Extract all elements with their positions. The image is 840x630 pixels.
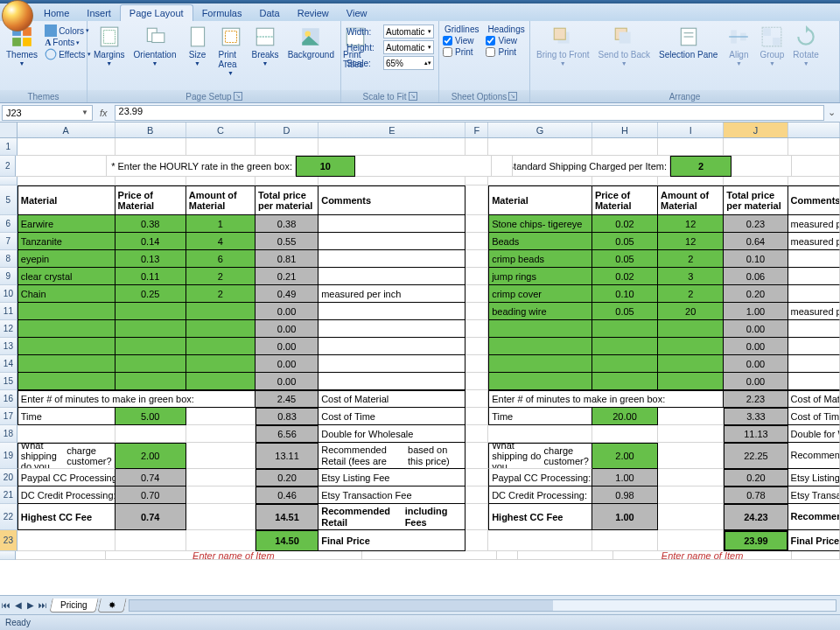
mat-amt-l[interactable]: 1 <box>186 215 256 233</box>
rotate-button[interactable]: Rotate▼ <box>789 23 822 68</box>
rec-lbl-l[interactable]: Recommended Retail (fees are based on th… <box>318 443 466 469</box>
col-G[interactable]: G <box>488 122 592 137</box>
cost-time-val-r[interactable]: 3.33 <box>724 408 788 425</box>
headings-view-check[interactable]: View <box>486 36 526 46</box>
mat-price-r[interactable]: 0.02 <box>592 215 658 233</box>
sheet-options-dialog-icon[interactable]: ↘ <box>508 92 517 101</box>
col-K[interactable] <box>788 122 840 137</box>
mat-price-r[interactable]: 0.05 <box>592 250 658 268</box>
enter-name-l[interactable]: Enter name of Item <box>106 551 363 560</box>
paypal-lbl-r[interactable]: Paypal CC Processing: <box>488 469 592 486</box>
enter-name-r[interactable]: Enter name of Item <box>613 551 792 560</box>
worksheet-grid[interactable]: 1 2 * Enter the HOURLY rate in the green… <box>0 138 840 595</box>
hdr-price-l[interactable]: Price of Material <box>116 186 186 215</box>
tab-first-icon[interactable]: ⏮ <box>0 600 12 610</box>
col-B[interactable]: B <box>116 122 186 137</box>
gridlines-view-check[interactable]: View <box>443 36 480 46</box>
rec-val-l[interactable]: 13.11 <box>256 443 318 469</box>
row-12[interactable]: 12 <box>0 320 18 338</box>
mat-price-l[interactable] <box>116 303 186 320</box>
size-button[interactable]: Size▼ <box>182 23 214 68</box>
row-19[interactable]: 19 <box>0 443 18 469</box>
rec-incl-lbl-l[interactable]: Recommended Retail including Fees <box>318 504 466 530</box>
col-D[interactable]: D <box>256 122 318 137</box>
group-button[interactable]: Group▼ <box>756 23 788 68</box>
formula-input[interactable]: 23.99 <box>115 105 824 121</box>
cost-time-val-l[interactable]: 0.83 <box>256 408 318 425</box>
mat-total-r[interactable]: 0.23 <box>724 215 788 233</box>
row-7[interactable]: 7 <box>0 233 18 250</box>
final-lbl-r[interactable]: Final Price <box>788 530 840 551</box>
row-1[interactable]: 1 <box>0 138 18 156</box>
margins-button[interactable]: Margins▼ <box>90 23 129 68</box>
row-16[interactable]: 16 <box>0 390 18 408</box>
double-lbl-l[interactable]: Double for Wholesale <box>318 425 466 443</box>
mat-amt-r[interactable]: 12 <box>658 233 724 250</box>
mat-total-l[interactable]: 0.21 <box>256 268 318 285</box>
mat-total-r[interactable]: 0.64 <box>724 233 788 250</box>
mat-amt-l[interactable]: 6 <box>186 250 256 268</box>
mat-comment-r[interactable]: measured pe <box>788 303 840 320</box>
col-J[interactable]: J <box>724 122 788 137</box>
mat-amt-l[interactable]: 2 <box>186 285 256 303</box>
width-combo[interactable]: Automatic▾ <box>383 24 434 38</box>
cost-mat-val-l[interactable]: 2.45 <box>256 390 318 408</box>
mat-total-r[interactable]: 1.00 <box>724 303 788 320</box>
headings-print-check[interactable]: Print <box>486 47 526 57</box>
scale-dialog-icon[interactable]: ↘ <box>409 92 417 101</box>
mat-comment-l[interactable] <box>318 233 466 250</box>
mat-price-l[interactable] <box>116 355 186 373</box>
etsy-list-val-l[interactable]: 0.20 <box>256 469 318 486</box>
hdr-comments-l[interactable]: Comments <box>318 186 466 215</box>
mat-comment-r[interactable] <box>788 250 840 268</box>
height-combo[interactable]: Automatic▾ <box>383 40 434 54</box>
paypal-val-r[interactable]: 1.00 <box>592 469 658 486</box>
mat-name-l[interactable]: Earwire <box>18 215 116 233</box>
time-lbl-r[interactable]: Time <box>488 408 592 425</box>
mat-price-r[interactable]: 0.05 <box>592 303 658 320</box>
std-ship-input[interactable]: 2 <box>670 156 732 177</box>
etsy-tx-val-r[interactable]: 0.78 <box>724 486 788 504</box>
select-all-button[interactable] <box>0 122 18 137</box>
mat-price-l[interactable] <box>116 320 186 338</box>
etsy-tx-lbl-l[interactable]: Etsy Transaction Fee <box>318 486 466 504</box>
hdr-amount-l[interactable]: Amount of Material <box>186 186 256 215</box>
mat-comment-r[interactable] <box>788 338 840 355</box>
row-20[interactable]: 20 <box>0 469 18 486</box>
etsy-tx-lbl-r[interactable]: Etsy Transac <box>788 486 840 504</box>
rec-incl-val-r[interactable]: 24.23 <box>724 504 788 530</box>
hdr-price-r[interactable]: Price of Material <box>592 186 658 215</box>
mat-comment-r[interactable] <box>788 355 840 373</box>
mat-name-l[interactable] <box>18 320 116 338</box>
mat-total-r[interactable]: 0.00 <box>724 320 788 338</box>
hourly-rate-input[interactable]: 10 <box>296 156 354 177</box>
mat-amt-r[interactable] <box>658 373 724 390</box>
mat-price-r[interactable] <box>592 373 658 390</box>
col-H[interactable]: H <box>592 122 658 137</box>
dc-val-r[interactable]: 0.98 <box>592 486 658 504</box>
mat-name-l[interactable] <box>18 338 116 355</box>
mat-price-l[interactable]: 0.14 <box>116 233 186 250</box>
col-E[interactable]: E <box>318 122 466 137</box>
mat-name-l[interactable]: clear crystal <box>18 268 116 285</box>
row-8[interactable]: 8 <box>0 250 18 268</box>
background-button[interactable]: Background <box>284 23 338 61</box>
mat-name-r[interactable]: Stone chips- tigereye <box>488 215 592 233</box>
mat-total-l[interactable]: 0.49 <box>256 285 318 303</box>
mat-name-r[interactable] <box>488 373 592 390</box>
mat-name-l[interactable] <box>18 355 116 373</box>
mat-name-r[interactable] <box>488 320 592 338</box>
mat-amt-l[interactable] <box>186 303 256 320</box>
final-val-r[interactable]: 23.99 <box>724 530 788 551</box>
mat-total-l[interactable]: 0.00 <box>256 303 318 320</box>
etsy-list-lbl-l[interactable]: Etsy Listing Fee <box>318 469 466 486</box>
mat-total-l[interactable]: 0.55 <box>256 233 318 250</box>
mat-total-r[interactable]: 0.00 <box>724 338 788 355</box>
mat-name-r[interactable] <box>488 355 592 373</box>
highest-lbl-r[interactable]: Highest CC Fee <box>488 504 592 530</box>
mat-amt-r[interactable] <box>658 320 724 338</box>
hdr-amount-r[interactable]: Amount of Material <box>658 186 724 215</box>
mat-name-r[interactable]: Beads <box>488 233 592 250</box>
mat-comment-r[interactable] <box>788 373 840 390</box>
cost-time-lbl-l[interactable]: Cost of Time <box>318 408 466 425</box>
